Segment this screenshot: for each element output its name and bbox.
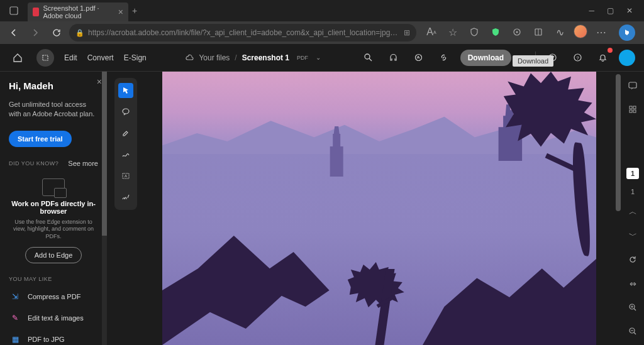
page-up-icon[interactable]: ︿	[625, 204, 640, 219]
rotate-icon[interactable]	[625, 252, 640, 267]
zoom-in-icon[interactable]	[625, 300, 640, 315]
you-may-like-label: YOU MAY LIKE	[9, 276, 98, 282]
chevron-down-icon[interactable]: ⌄	[316, 54, 321, 61]
user-avatar[interactable]	[619, 50, 635, 66]
help-icon[interactable]: ?	[569, 49, 586, 67]
svg-point-12	[123, 109, 129, 114]
tab-title: Screenshot 1.pdf · Adobe cloud	[43, 4, 114, 19]
start-trial-button[interactable]: Start free trial	[9, 131, 72, 147]
selection-tool-icon[interactable]	[36, 49, 54, 67]
fit-width-icon[interactable]: ⇔	[625, 276, 640, 291]
acrobat-app: Edit Convert E-Sign Your files / Screens…	[0, 44, 644, 345]
browser-titlebar: Screenshot 1.pdf · Adobe cloud × + ─ ▢ ✕	[0, 0, 644, 21]
back-button[interactable]	[5, 24, 23, 41]
annotation-toolbox: A	[114, 78, 137, 210]
menu-convert[interactable]: Convert	[87, 53, 114, 62]
link-icon[interactable]	[435, 49, 453, 67]
adobe-favicon	[33, 8, 39, 16]
reading-mode-icon[interactable]: AA	[424, 25, 439, 40]
signature-tool[interactable]	[118, 190, 133, 205]
right-rail: 1 1 ︿ ﹀ ⇔	[621, 72, 644, 345]
chat-panel-icon[interactable]	[625, 78, 640, 93]
browser-tab[interactable]: Screenshot 1.pdf · Adobe cloud ×	[28, 3, 128, 21]
svg-rect-19	[633, 110, 636, 112]
headphones-icon[interactable]	[385, 49, 402, 67]
sidebar-scrollbar[interactable]	[102, 72, 107, 345]
comment-tool[interactable]	[118, 104, 133, 119]
breadcrumb-files[interactable]: Your files	[199, 53, 230, 62]
tool-edit[interactable]: ✎Edit text & images	[9, 311, 98, 325]
dyk-card: Work on PDFs directly in-browser Use the…	[9, 178, 98, 263]
extensions-icon[interactable]	[509, 25, 525, 40]
search-icon[interactable]	[360, 49, 377, 67]
sidebar: × Hi, Madeh Get unlimited tool access wi…	[0, 72, 107, 345]
svg-rect-18	[630, 110, 632, 112]
collections-icon[interactable]	[531, 25, 546, 40]
bell-icon[interactable]	[594, 49, 611, 67]
url-field[interactable]: 🔒 https://acrobat.adobe.com/link/file/?x…	[69, 24, 416, 41]
draw-tool[interactable]	[118, 147, 133, 162]
svg-text:A: A	[125, 174, 127, 178]
pdf-page[interactable]	[162, 72, 596, 345]
page-down-icon[interactable]: ﹀	[625, 228, 640, 243]
more-icon[interactable]: ⋯	[594, 25, 609, 40]
menu-esign[interactable]: E-Sign	[124, 53, 147, 62]
browser-address-bar: 🔒 https://acrobat.adobe.com/link/file/?x…	[0, 21, 644, 44]
image-icon: ▦	[9, 334, 21, 345]
lock-icon: 🔒	[75, 29, 84, 37]
tab-overview-button[interactable]	[5, 2, 23, 19]
svg-point-6	[365, 54, 370, 59]
text-tool[interactable]: A	[118, 168, 133, 183]
edit-icon: ✎	[9, 312, 21, 324]
svg-rect-0	[10, 7, 18, 14]
highlight-tool[interactable]	[118, 126, 133, 141]
tool-pdf-jpg[interactable]: ▦PDF to JPG	[9, 332, 98, 345]
close-sidebar-icon[interactable]: ×	[97, 77, 102, 87]
svg-rect-15	[629, 82, 636, 88]
close-window-icon[interactable]: ✕	[626, 6, 633, 15]
svg-line-25	[634, 332, 636, 334]
page-total: 1	[631, 188, 635, 195]
ai-icon[interactable]	[410, 49, 428, 67]
translate-icon[interactable]: ⊞	[404, 28, 410, 37]
download-button[interactable]: Download	[460, 50, 511, 66]
canvas-scrollbar[interactable]	[615, 72, 621, 345]
page-indicator[interactable]: 1	[626, 168, 639, 179]
minimize-icon[interactable]: ─	[589, 6, 594, 15]
bing-chat-icon[interactable]	[619, 25, 635, 41]
grid-panel-icon[interactable]	[625, 102, 640, 117]
breadcrumb-type: PDF	[294, 54, 311, 62]
close-tab-icon[interactable]: ×	[118, 7, 123, 17]
download-tooltip: Download	[513, 55, 553, 67]
tool-compress[interactable]: ⇲Compress a PDF	[9, 290, 98, 304]
favorite-icon[interactable]: ☆	[445, 25, 460, 40]
notification-dot	[608, 48, 613, 53]
performance-icon[interactable]: ∿	[552, 25, 567, 40]
menu-edit[interactable]: Edit	[64, 53, 77, 62]
dyk-desc: Use the free Edge extension to view, hig…	[9, 219, 98, 241]
add-to-edge-button[interactable]: Add to Edge	[25, 247, 82, 263]
svg-line-21	[634, 309, 636, 310]
compress-icon: ⇲	[9, 291, 21, 302]
browser-extension-icon	[42, 178, 65, 196]
url-text: https://acrobat.adobe.com/link/file/?x_a…	[88, 28, 400, 37]
svg-rect-17	[633, 106, 636, 109]
svg-rect-16	[630, 106, 632, 109]
profile-avatar[interactable]	[574, 25, 587, 38]
new-tab-button[interactable]: +	[132, 6, 137, 16]
greeting: Hi, Madeh	[9, 80, 98, 91]
zoom-out-icon[interactable]	[625, 324, 640, 339]
forward-button	[26, 24, 44, 41]
shield-icon[interactable]	[467, 25, 482, 40]
see-more-link[interactable]: See more	[68, 160, 98, 167]
maximize-icon[interactable]: ▢	[607, 6, 614, 15]
cloud-icon	[185, 53, 194, 62]
refresh-button[interactable]	[48, 24, 65, 41]
select-tool[interactable]	[118, 83, 133, 98]
canvas-area	[137, 72, 621, 345]
breadcrumb-doc: Screenshot 1	[242, 53, 289, 62]
svg-point-2	[516, 31, 518, 33]
sidebar-subtitle: Get unlimited tool access with an Adobe …	[9, 100, 98, 119]
home-icon[interactable]	[9, 49, 26, 67]
shield-check-icon[interactable]	[488, 25, 503, 40]
